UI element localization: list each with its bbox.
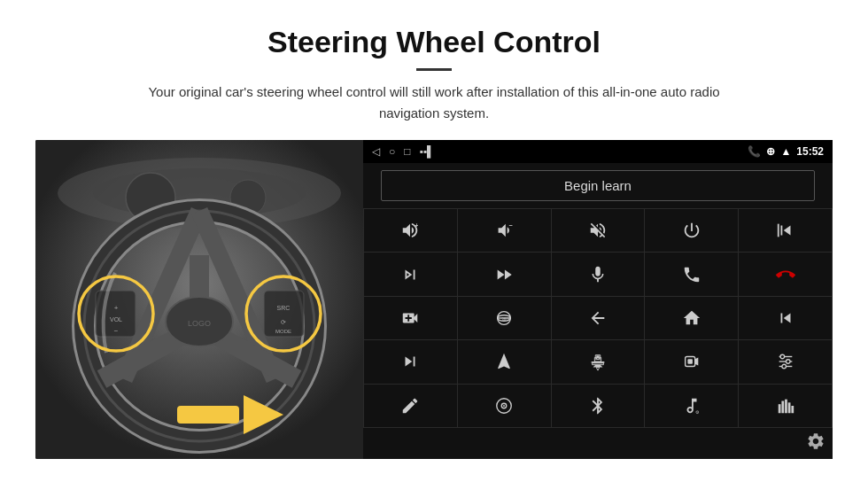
location-icon: ⊕ — [766, 145, 775, 158]
ctrl-360-view[interactable]: 360° — [458, 297, 551, 339]
status-right: 📞 ⊕ ▲ 15:52 — [748, 145, 824, 158]
svg-rect-48 — [785, 399, 787, 413]
ctrl-disk[interactable] — [458, 385, 551, 427]
ctrl-phone[interactable] — [645, 253, 738, 295]
recents-nav-icon[interactable]: □ — [404, 145, 410, 158]
ctrl-equalizer2[interactable] — [739, 385, 832, 427]
settings-button[interactable] — [806, 431, 825, 455]
steering-svg: LOGO + VOL − SRC ⟳ MODE — [35, 140, 363, 459]
ctrl-navigate[interactable] — [458, 340, 551, 383]
status-left: ◁ ○ □ ▪▪▌ — [372, 145, 435, 158]
svg-rect-50 — [791, 406, 794, 413]
page-wrapper: Steering Wheel Control Your original car… — [0, 0, 868, 477]
svg-text:−: − — [114, 327, 119, 335]
ctrl-skip-fwd[interactable] — [364, 253, 457, 295]
ctrl-music[interactable]: ⚙ — [645, 385, 738, 427]
svg-rect-46 — [778, 404, 780, 413]
ctrl-record[interactable] — [645, 340, 738, 383]
ctrl-home[interactable] — [645, 297, 738, 339]
ctrl-mute[interactable] — [552, 209, 645, 252]
wifi-icon: ▲ — [780, 145, 791, 158]
back-nav-icon[interactable]: ◁ — [372, 145, 380, 158]
title-section: Steering Wheel Control Your original car… — [35, 25, 833, 124]
status-bar: ◁ ○ □ ▪▪▌ 📞 ⊕ ▲ 15:52 — [363, 140, 833, 163]
signal-icon: ▪▪▌ — [420, 145, 435, 158]
svg-rect-49 — [787, 402, 790, 413]
svg-point-40 — [786, 360, 790, 364]
title-divider — [416, 68, 452, 71]
control-grid: + − — [363, 208, 833, 428]
svg-text:LOGO: LOGO — [188, 319, 211, 328]
ctrl-skip-back[interactable] — [739, 297, 832, 339]
steering-bg: LOGO + VOL − SRC ⟳ MODE — [35, 140, 363, 459]
begin-learn-container: Begin learn — [363, 163, 833, 208]
ctrl-hang-up[interactable] — [739, 253, 832, 295]
control-panel: ◁ ○ □ ▪▪▌ 📞 ⊕ ▲ 15:52 Begin learn — [363, 140, 833, 459]
begin-learn-button[interactable]: Begin learn — [381, 170, 815, 201]
ctrl-mic[interactable] — [552, 253, 645, 295]
svg-text:⚙: ⚙ — [694, 410, 699, 415]
svg-text:360°: 360° — [501, 317, 510, 322]
ctrl-return[interactable] — [552, 297, 645, 339]
ctrl-prev-track[interactable] — [739, 209, 832, 252]
ctrl-vol-up[interactable]: + — [364, 209, 457, 252]
svg-rect-35 — [687, 360, 693, 365]
svg-rect-26 — [177, 406, 239, 424]
settings-area — [363, 428, 833, 459]
ctrl-bluetooth[interactable] — [552, 385, 645, 427]
svg-point-39 — [780, 355, 785, 360]
content-area: LOGO + VOL − SRC ⟳ MODE — [35, 140, 833, 459]
home-nav-icon[interactable]: ○ — [389, 145, 395, 158]
svg-text:SRC: SRC — [277, 305, 291, 311]
svg-point-41 — [781, 365, 786, 369]
svg-text:⟳: ⟳ — [281, 319, 286, 325]
ctrl-eq[interactable] — [552, 340, 645, 383]
ctrl-power[interactable] — [645, 209, 738, 252]
svg-text:MODE: MODE — [275, 329, 291, 334]
steering-wheel-image: LOGO + VOL − SRC ⟳ MODE — [35, 140, 363, 459]
svg-text:−: − — [509, 222, 513, 229]
ctrl-vol-down[interactable]: − — [458, 209, 551, 252]
ctrl-sliders[interactable] — [739, 340, 832, 383]
ctrl-camera[interactable] — [364, 297, 457, 339]
ctrl-pen[interactable] — [364, 385, 457, 427]
svg-text:+: + — [415, 222, 419, 229]
ctrl-fast-fwd[interactable] — [458, 253, 551, 295]
svg-point-44 — [503, 405, 505, 407]
svg-text:VOL: VOL — [110, 316, 122, 323]
subtitle: Your original car's steering wheel contr… — [124, 82, 744, 124]
page-title: Steering Wheel Control — [35, 25, 833, 59]
svg-rect-47 — [781, 400, 784, 413]
ctrl-next-ch[interactable] — [364, 340, 457, 383]
time-display: 15:52 — [796, 145, 824, 158]
phone-status-icon: 📞 — [748, 145, 761, 158]
svg-text:+: + — [114, 304, 119, 312]
